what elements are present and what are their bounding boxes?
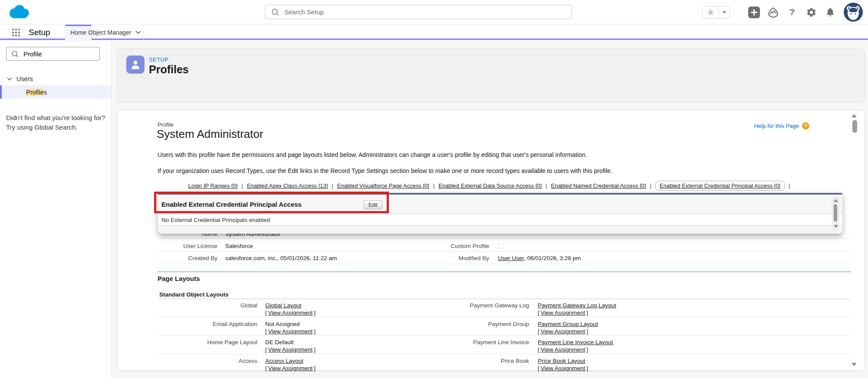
modified-by-date: , 06/01/2026, 3:28 pm	[524, 255, 581, 261]
modified-by-user-link[interactable]: User User	[498, 255, 524, 261]
global-search-input[interactable]	[283, 8, 572, 16]
view-assignment-link[interactable]: View Assignment	[541, 365, 585, 371]
search-icon	[11, 50, 19, 58]
separator: |	[433, 182, 434, 189]
setup-gear-button[interactable]	[805, 6, 818, 19]
help-badge-icon[interactable]: ?	[802, 122, 809, 130]
quick-create-button[interactable]	[747, 6, 760, 19]
hover-link-apex-class-access[interactable]: Enabled Apex Class Access [13]	[247, 182, 328, 189]
popup-header: Enabled External Credential Principal Ac…	[158, 195, 842, 214]
view-assignment-link[interactable]: View Assignment	[268, 365, 313, 371]
bracket: [	[265, 365, 267, 371]
trailhead-button[interactable]	[766, 6, 779, 19]
custom-profile-checkbox[interactable]	[498, 243, 503, 249]
view-assignment-link[interactable]: View Assignment	[541, 346, 585, 353]
sidebar-item-label-rest: s	[44, 89, 47, 96]
scroll-up-arrow[interactable]	[834, 199, 838, 202]
view-assignment: [View Assignment]	[538, 365, 588, 371]
popup-scrollbar[interactable]	[832, 196, 839, 231]
layout-value-link[interactable]: Payment Line Invoice Layout	[538, 339, 613, 345]
bracket: [	[538, 365, 539, 371]
view-assignment-link[interactable]: View Assignment	[541, 328, 585, 335]
layout-value-link[interactable]: Price Book Layout	[538, 358, 585, 364]
layout-label: Payment Gateway Log	[401, 302, 529, 309]
separator: |	[789, 182, 790, 189]
gear-icon	[806, 7, 817, 18]
separator: |	[650, 182, 651, 189]
focused-hover-link-box: Enabled External Credential Principal Ac…	[655, 181, 785, 191]
favorites-star-button[interactable]	[703, 7, 719, 18]
notifications-button[interactable]	[824, 6, 837, 19]
help-for-this-page-link[interactable]: Help for this Page	[754, 123, 799, 129]
hover-link-visualforce-page-access[interactable]: Enabled Visualforce Page Access [0]	[337, 182, 429, 189]
bracket: ]	[314, 346, 316, 353]
layout-value-link[interactable]: Global Layout	[265, 302, 301, 309]
bracket: [	[538, 310, 539, 316]
chevron-down-icon	[135, 30, 141, 34]
layout-label: Payment Group	[401, 321, 529, 327]
search-match-highlight: Profile	[26, 89, 44, 96]
page-title: Profiles	[149, 63, 189, 76]
profile-detail-card: Help for this Page ? Profile System Admi…	[117, 110, 865, 371]
tab-object-manager[interactable]: Object Manager	[82, 25, 144, 40]
scroll-down-arrow[interactable]	[834, 225, 838, 228]
scroll-down-arrow[interactable]	[852, 363, 857, 366]
global-search-box[interactable]	[265, 5, 572, 19]
view-assignment-link[interactable]: View Assignment	[268, 346, 313, 353]
setup-sidebar: Users Profiles Didn't find what you're l…	[0, 41, 112, 378]
hover-link-named-credential-access[interactable]: Enabled Named Credential Access [0]	[551, 182, 646, 189]
separator: |	[546, 182, 547, 189]
layout-value-link[interactable]: Payment Group Layout	[538, 321, 598, 327]
view-assignment-link[interactable]: View Assignment	[268, 310, 313, 316]
row-divider	[158, 264, 851, 264]
layout-value-link[interactable]: DE Default	[265, 339, 293, 345]
row-divider	[158, 251, 851, 251]
favorites-dropdown-button[interactable]	[719, 7, 730, 18]
hover-link-external-credential-principal-access[interactable]: Enabled External Credential Principal Ac…	[660, 182, 780, 189]
trailhead-mountain-icon	[767, 7, 779, 18]
layout-value-link[interactable]: Payment Gateway Log Layout	[538, 302, 616, 309]
view-assignment-link[interactable]: View Assignment	[541, 310, 585, 316]
scrollbar-thumb[interactable]	[852, 120, 857, 133]
help-button[interactable]: ?	[786, 6, 799, 19]
popup-title: Enabled External Credential Principal Ac…	[161, 201, 302, 208]
app-name: Setup	[29, 25, 50, 40]
standard-object-layouts-subtitle: Standard Object Layouts	[159, 291, 229, 298]
popup-empty-message: No External Credential Principals enable…	[158, 214, 842, 226]
sidebar-search-input[interactable]	[23, 50, 99, 58]
hover-link-external-data-source-access[interactable]: Enabled External Data Source Access [0]	[438, 182, 542, 189]
sidebar-section-users[interactable]: Users	[0, 73, 111, 85]
bracket: ]	[586, 365, 588, 371]
bracket: [	[538, 328, 539, 335]
layout-value-link[interactable]: Not Assigned	[265, 321, 300, 327]
bracket: ]	[314, 310, 316, 316]
view-assignment: [View Assignment]	[538, 310, 588, 316]
scrollbar-thumb[interactable]	[834, 204, 837, 222]
page-layout-row: Home Page Layout DE Default [View Assign…	[158, 336, 851, 354]
layout-label: Payment Line Invoice	[401, 339, 529, 345]
user-avatar[interactable]	[844, 3, 863, 22]
sidebar-section-label: Users	[16, 75, 33, 82]
bracket: ]	[314, 365, 316, 371]
app-launcher-button[interactable]	[11, 28, 21, 39]
view-assignment-link[interactable]: View Assignment	[268, 328, 313, 335]
user-icon	[129, 59, 141, 71]
view-assignment: [View Assignment]	[538, 346, 588, 353]
scroll-up-arrow[interactable]	[852, 114, 857, 117]
sidebar-item-profiles[interactable]: Profiles	[0, 85, 111, 99]
layout-value-link[interactable]: Access Layout	[265, 358, 303, 364]
sidebar-search-box[interactable]	[6, 47, 100, 61]
question-mark-icon: ?	[789, 7, 795, 17]
tab-object-manager-label: Object Manager	[88, 29, 132, 36]
enabled-external-credential-popup: Enabled External Credential Principal Ac…	[158, 193, 842, 234]
salesforce-logo[interactable]	[7, 3, 31, 21]
hover-link-login-ip-ranges[interactable]: Login IP Ranges [0]	[188, 182, 238, 189]
detail-user-license-value: Salesforce	[225, 243, 253, 249]
edit-button[interactable]: Edit	[364, 200, 382, 209]
setup-nav-bar: Setup Home Object Manager	[0, 25, 868, 40]
detail-modified-by-value: User User, 06/01/2026, 3:28 pm	[498, 255, 581, 261]
view-assignment: [View Assignment]	[538, 328, 588, 335]
bracket: [	[265, 328, 267, 335]
section-divider	[158, 271, 851, 272]
bell-icon	[825, 7, 835, 17]
